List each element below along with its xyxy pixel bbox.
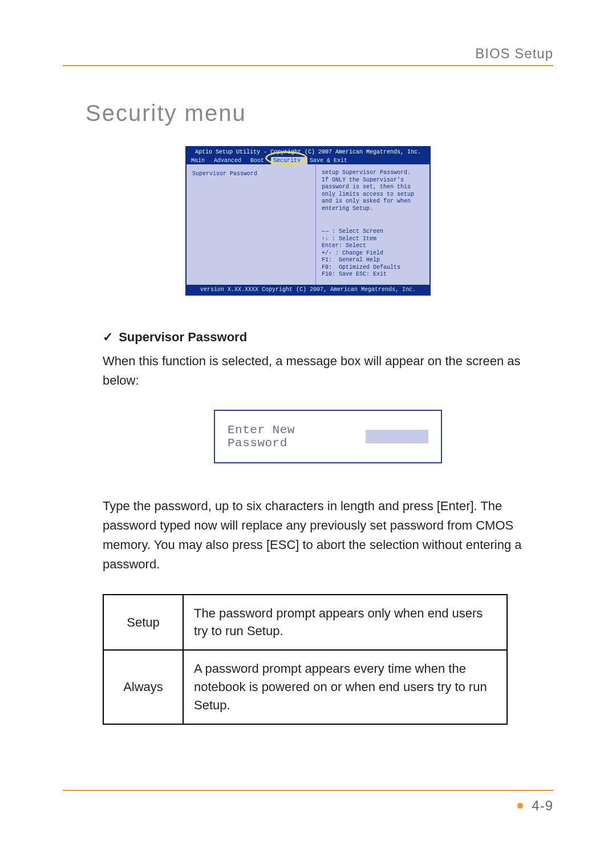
options-table: Setup The password prompt appears only w… bbox=[103, 594, 508, 725]
bios-tab-boot[interactable]: Boot bbox=[248, 157, 271, 164]
bios-body: Supervisor Password setup Supervisor Pas… bbox=[187, 164, 429, 285]
page-footer: 4-9 bbox=[63, 790, 553, 814]
bios-key-general-help: F1: General Help bbox=[322, 257, 424, 264]
bios-tab-security-label: Security bbox=[273, 158, 301, 164]
bios-right-pane: setup Supervisor Password. If ONLY the S… bbox=[316, 165, 429, 285]
feature-paragraph-1: When this function is selected, a messag… bbox=[103, 352, 553, 390]
feature-heading-text: Supervisor Password bbox=[119, 330, 247, 344]
option-desc-always: A password prompt appears every time whe… bbox=[183, 650, 507, 724]
bios-key-select-item: ↑↓ : Select Item bbox=[322, 236, 424, 243]
bios-window: Aptio Setup Utility - Copyright (C) 2007… bbox=[185, 146, 431, 296]
bios-header: Aptio Setup Utility - Copyright (C) 2007… bbox=[187, 147, 429, 156]
bios-left-pane: Supervisor Password bbox=[187, 165, 316, 285]
check-icon: ✓ bbox=[103, 330, 113, 344]
bios-tab-main[interactable]: Main bbox=[189, 157, 212, 164]
table-row: Setup The password prompt appears only w… bbox=[103, 595, 507, 651]
bios-tab-advanced[interactable]: Advanced bbox=[212, 157, 248, 164]
header-rule bbox=[63, 65, 553, 66]
option-key-always: Always bbox=[103, 650, 183, 724]
table-row: Always A password prompt appears every t… bbox=[103, 650, 507, 724]
password-prompt-label: Enter New Password bbox=[228, 423, 348, 450]
bios-key-enter: Enter: Select bbox=[322, 243, 424, 250]
header-section-label: BIOS Setup bbox=[63, 46, 553, 62]
bios-key-select-screen: ←→ : Select Screen bbox=[322, 228, 424, 236]
bios-key-hints: ←→ : Select Screen ↑↓ : Select Item Ente… bbox=[322, 228, 424, 278]
password-input-placeholder[interactable] bbox=[366, 430, 428, 443]
option-desc-setup: The password prompt appears only when en… bbox=[183, 595, 507, 651]
bios-tab-security[interactable]: Security bbox=[271, 157, 307, 164]
password-prompt-box: Enter New Password bbox=[214, 410, 442, 463]
bios-tabs: Main Advanced Boot Security Save & Exit bbox=[187, 156, 429, 164]
feature-paragraph-2: Type the password, up to six characters … bbox=[103, 496, 553, 574]
content: ✓ Supervisor Password When this function… bbox=[103, 330, 553, 725]
section-title: Security menu bbox=[86, 100, 553, 126]
bios-item-supervisor-password[interactable]: Supervisor Password bbox=[192, 171, 310, 177]
page-number: 4-9 bbox=[532, 798, 553, 813]
option-key-setup: Setup bbox=[103, 595, 183, 651]
bios-key-change-field: +/- : Change Field bbox=[322, 250, 424, 257]
bios-tab-save-exit[interactable]: Save & Exit bbox=[307, 157, 354, 164]
page: BIOS Setup Security menu Aptio Setup Uti… bbox=[0, 0, 616, 848]
bios-screenshot: Aptio Setup Utility - Copyright (C) 2007… bbox=[185, 146, 431, 296]
bios-help-text: setup Supervisor Password. If ONLY the S… bbox=[322, 169, 424, 212]
bios-key-optimized-defaults: F9: Optimized Defaults bbox=[322, 264, 424, 272]
bios-footer: version X.XX.XXXX Copyright (C) 2007, Am… bbox=[187, 285, 429, 294]
bullet-icon bbox=[517, 803, 523, 809]
feature-heading: ✓ Supervisor Password bbox=[103, 330, 553, 345]
bios-key-save-exit: F10: Save ESC: Exit bbox=[322, 271, 424, 278]
